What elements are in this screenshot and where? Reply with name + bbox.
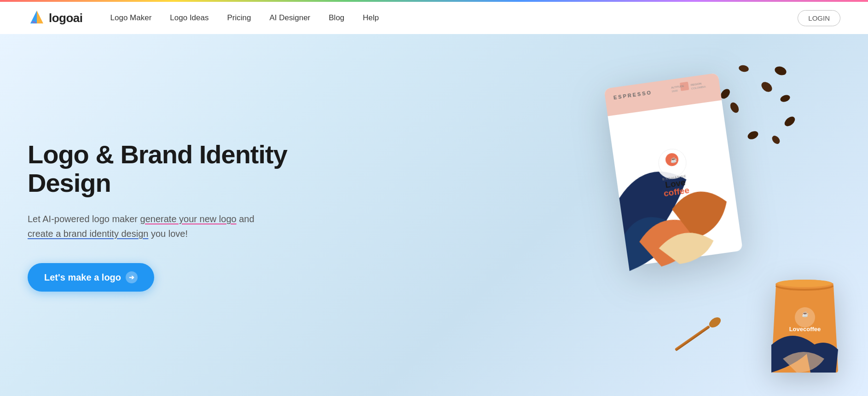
nav-links: Logo Maker Logo Ideas Pricing AI Designe… xyxy=(110,13,798,23)
hero-title: Logo & Brand Identity Design xyxy=(28,140,313,197)
nav-logo-ideas[interactable]: Logo Ideas xyxy=(170,13,208,22)
nav-help[interactable]: Help xyxy=(363,13,379,22)
svg-point-8 xyxy=(759,80,774,94)
svg-text:☕: ☕ xyxy=(802,310,809,317)
hero-subtitle: Let AI-powered logo maker generate your … xyxy=(28,212,313,241)
svg-point-5 xyxy=(774,65,788,77)
svg-point-14 xyxy=(770,134,781,145)
svg-point-6 xyxy=(738,64,749,73)
nav-blog[interactable]: Blog xyxy=(329,13,344,22)
svg-marker-2 xyxy=(37,11,43,23)
svg-point-13 xyxy=(746,130,760,141)
subtitle-middle: and xyxy=(237,214,255,224)
hero-image: ESPRESSO REGION COLOMBIA ALTITUDE 1600 xyxy=(391,34,868,396)
coffee-spoon-svg xyxy=(673,315,723,354)
hero-section: Logo & Brand Identity Design Let AI-powe… xyxy=(0,34,868,396)
navbar: logoai Logo Maker Logo Ideas Pricing AI … xyxy=(0,2,868,34)
svg-point-9 xyxy=(779,94,791,103)
cta-label: Let's make a logo xyxy=(44,272,121,283)
subtitle-link1: generate your new logo xyxy=(140,214,237,224)
svg-text:☕: ☕ xyxy=(670,156,677,164)
svg-point-11 xyxy=(783,115,797,128)
logo-text: logoai xyxy=(49,11,83,25)
svg-point-10 xyxy=(729,101,741,115)
svg-marker-1 xyxy=(30,11,37,23)
subtitle-link2: create a brand identity design xyxy=(28,229,148,239)
subtitle-before: Let AI-powered logo maker xyxy=(28,214,140,224)
hero-content: Logo & Brand Identity Design Let AI-powe… xyxy=(28,140,313,292)
cta-button[interactable]: Let's make a logo ➔ xyxy=(28,263,154,292)
svg-point-40 xyxy=(777,280,832,287)
svg-point-33 xyxy=(707,316,723,330)
nav-ai-designer[interactable]: AI Designer xyxy=(269,13,310,22)
nav-pricing[interactable]: Pricing xyxy=(227,13,251,22)
logo-icon xyxy=(28,9,46,27)
svg-rect-34 xyxy=(675,325,710,351)
svg-point-35 xyxy=(795,307,815,327)
login-button[interactable]: LOGIN xyxy=(798,10,840,26)
coffee-cup-svg: ☕ Lovecoffee xyxy=(769,271,840,375)
nav-logo-maker[interactable]: Logo Maker xyxy=(110,13,152,22)
coffee-cup: ☕ Lovecoffee xyxy=(769,271,840,375)
logo-link[interactable]: logoai xyxy=(28,9,83,27)
coffee-spoon xyxy=(673,315,723,353)
cta-arrow-icon: ➔ xyxy=(126,271,138,283)
subtitle-after: you love! xyxy=(148,229,188,239)
svg-text:Lovecoffee: Lovecoffee xyxy=(789,326,821,333)
